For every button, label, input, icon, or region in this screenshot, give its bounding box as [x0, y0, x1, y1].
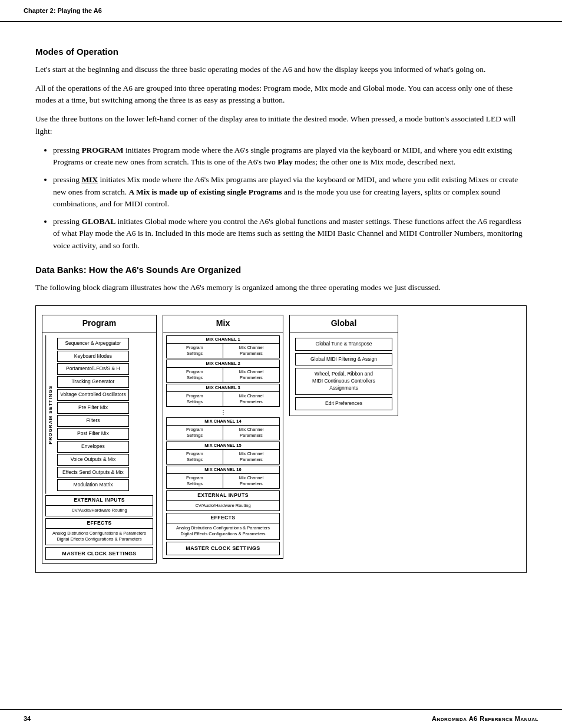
footer-page-number: 34 [24, 714, 31, 723]
mix-ext-inputs-sub: CV/Audio/Hardware Routing [167, 501, 279, 511]
mix-ch2-row: ProgramSettings Mix ChannelParameters [167, 368, 279, 382]
mix-ch16-right: Mix ChannelParameters [223, 474, 279, 488]
global-body: Global Tune & Transpose Global MIDI Filt… [290, 332, 398, 416]
mix-column: Mix MIX CHANNEL 1 ProgramSettings Mix Ch… [163, 315, 283, 558]
prog-effects-line1: Analog Distrutions Configurations & Para… [47, 531, 151, 537]
mix-ch15-left: ProgramSettings [167, 450, 223, 464]
mix-ch14-header: MIX CHANNEL 14 [167, 418, 279, 426]
mix-ch15: MIX CHANNEL 15 ProgramSettings Mix Chann… [166, 442, 280, 465]
global-items-list: Global Tune & Transpose Global MIDI Filt… [293, 335, 395, 413]
mix-ch16-row: ProgramSettings Mix ChannelParameters [167, 474, 279, 488]
mix-master-clock: MASTER CLOCK SETTINGS [166, 542, 280, 555]
prog-item-portamento: Portamento/LFOs/S & H [57, 363, 129, 375]
prog-master-clock: MASTER CLOCK SETTINGS [45, 547, 153, 561]
bullet-global: pressing GLOBAL initiates Global mode wh… [53, 216, 527, 252]
prog-external-inputs: EXTERNAL INPUTS CV/Audio/Hardware Routin… [45, 495, 153, 516]
prog-item-prefilter: Pre Filter Mix [57, 402, 129, 414]
block-diagram: Program PROGRAM SETTINGS Sequencer & Arp… [35, 305, 527, 573]
prog-item-tracking: Tracking Generator [57, 376, 129, 388]
mix-ch1-left: ProgramSettings [167, 344, 223, 358]
mix-ch1-row: ProgramSettings Mix ChannelParameters [167, 344, 279, 358]
mix-effects-label: EFFECTS [167, 513, 279, 523]
program-settings-label: PROGRAM SETTINGS [45, 335, 55, 494]
mix-ext-inputs-label: EXTERNAL INPUTS [167, 491, 279, 501]
mix-effects-lines: Analog Distrutions Configurations & Para… [167, 523, 279, 539]
mix-ch1: MIX CHANNEL 1 ProgramSettings Mix Channe… [166, 335, 280, 358]
heading-modes-of-operation: Modes of Operation [35, 45, 527, 58]
mix-effects: EFFECTS Analog Distrutions Configuration… [166, 513, 280, 540]
prog-ext-inputs-label: EXTERNAL INPUTS [46, 496, 153, 506]
footer-title: Andromeda A6 Reference Manual [432, 714, 538, 723]
prog-item-filters: Filters [57, 415, 129, 427]
prog-item-sequencer: Sequencer & Arpeggiator [57, 338, 129, 350]
global-item-edit: Edit Preferences [295, 397, 392, 410]
para-modes-1: Let's start at the beginning and discuss… [35, 64, 527, 75]
mix-ch2: MIX CHANNEL 2 ProgramSettings Mix Channe… [166, 360, 280, 383]
mix-effects-line2: Digital Effects Configurations & Paramet… [168, 531, 278, 538]
mix-ch14-row: ProgramSettings Mix ChannelParameters [167, 426, 279, 440]
prog-effects: EFFECTS Analog Distrutions Configuration… [45, 518, 153, 545]
global-item-wheel: Wheel, Pedal, Ribbon andMIDI Continuous … [295, 368, 392, 395]
para-modes-2: All of the operations of the A6 are grou… [35, 83, 527, 107]
bullet-list-modes: pressing PROGRAM initiates Program mode … [53, 144, 527, 252]
mix-ch15-header: MIX CHANNEL 15 [167, 442, 279, 450]
program-items-list: Sequencer & Arpeggiator Keyboard Modes P… [55, 335, 131, 494]
mix-ch14: MIX CHANNEL 14 ProgramSettings Mix Chann… [166, 417, 280, 440]
mix-ch3-row: ProgramSettings Mix ChannelParameters [167, 392, 279, 406]
page: Chapter 2: Playing the A6 Modes of Opera… [0, 0, 562, 728]
heading-data-banks: Data Banks: How the A6's Sounds Are Orga… [35, 263, 527, 276]
page-footer: 34 Andromeda A6 Reference Manual [0, 709, 562, 728]
section-modes-of-operation: Modes of Operation Let's start at the be… [35, 45, 527, 252]
mix-body: MIX CHANNEL 1 ProgramSettings Mix Channe… [163, 332, 283, 558]
chapter-label: Chapter 2: Playing the A6 [24, 7, 102, 14]
bullet-program: pressing PROGRAM initiates Program mode … [53, 144, 527, 169]
global-column: Global Global Tune & Transpose Global MI… [289, 315, 398, 416]
prog-item-voice: Voice Outputs & Mix [57, 454, 129, 466]
global-item-tune: Global Tune & Transpose [295, 338, 392, 351]
para-data-banks-1: The following block diagram illustrates … [35, 282, 527, 294]
prog-effects-lines: Analog Distrutions Configurations & Para… [46, 529, 153, 545]
mix-ch3-left: ProgramSettings [167, 392, 223, 406]
mix-ch2-header: MIX CHANNEL 2 [167, 360, 279, 368]
mix-ch3: MIX CHANNEL 3 ProgramSettings Mix Channe… [166, 384, 280, 407]
prog-effects-line2: Digital Effects Configurations & Paramet… [47, 536, 151, 543]
prog-item-keyboard: Keyboard Modes [57, 351, 129, 363]
mix-ch16-header: MIX CHANNEL 16 [167, 466, 279, 475]
bullet-mix: pressing MIX initiates Mix mode where th… [53, 174, 527, 210]
mix-external-inputs: EXTERNAL INPUTS CV/Audio/Hardware Routin… [166, 490, 280, 511]
mix-ch2-left: ProgramSettings [167, 368, 223, 382]
mix-ch16: MIX CHANNEL 16 ProgramSettings Mix Chann… [166, 466, 280, 489]
global-header: Global [290, 315, 398, 332]
content-area: Modes of Operation Let's start at the be… [0, 28, 562, 597]
program-settings-wrap: PROGRAM SETTINGS Sequencer & Arpeggiator… [45, 335, 153, 494]
mix-ch15-row: ProgramSettings Mix ChannelParameters [167, 450, 279, 464]
mix-effects-line1: Analog Distrutions Configurations & Para… [168, 525, 278, 532]
mix-ch3-header: MIX CHANNEL 3 [167, 384, 279, 393]
prog-effects-label: EFFECTS [46, 519, 153, 529]
prog-item-effects-send: Effects Send Outputs & Mix [57, 467, 129, 479]
prog-item-vco: Voltage Controlled Oscillators [57, 389, 129, 401]
program-header: Program [42, 315, 156, 332]
mix-ch14-left: ProgramSettings [167, 426, 223, 440]
prog-item-envelopes: Envelopes [57, 441, 129, 453]
mix-ch3-right: Mix ChannelParameters [223, 392, 279, 406]
program-body: PROGRAM SETTINGS Sequencer & Arpeggiator… [42, 332, 156, 564]
mix-ch16-left: ProgramSettings [167, 474, 223, 488]
mix-ch2-right: Mix ChannelParameters [223, 368, 279, 382]
section-data-banks: Data Banks: How the A6's Sounds Are Orga… [35, 263, 527, 294]
mix-header: Mix [163, 315, 283, 332]
program-column: Program PROGRAM SETTINGS Sequencer & Arp… [42, 315, 157, 564]
mix-ch1-header: MIX CHANNEL 1 [167, 336, 279, 344]
mix-ch15-right: Mix ChannelParameters [223, 450, 279, 464]
page-header: Chapter 2: Playing the A6 [0, 0, 562, 22]
prog-ext-inputs-sub: CV/Audio/Hardware Routing [46, 506, 153, 516]
para-modes-3: Use the three buttons on the lower left-… [35, 113, 527, 137]
prog-item-postfilter: Post Filter Mix [57, 428, 129, 440]
mix-ch14-right: Mix ChannelParameters [223, 426, 279, 440]
global-item-midi: Global MIDI Filtering & Assign [295, 353, 392, 366]
mix-dots: ⋮ [166, 408, 280, 417]
prog-item-modulation: Modulation Matrix [57, 479, 129, 491]
mix-ch1-right: Mix ChannelParameters [223, 344, 279, 358]
